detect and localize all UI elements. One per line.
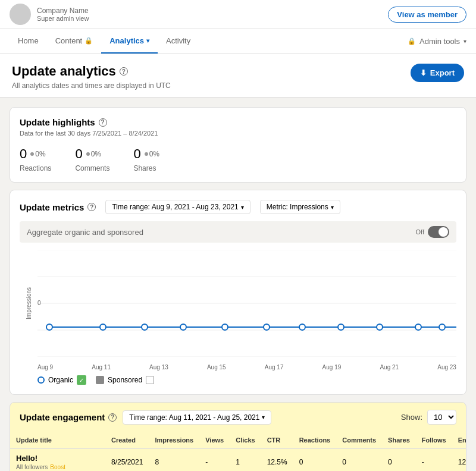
toggle-row: Aggregate organic and sponsored Off — [20, 221, 456, 243]
col-views: Views — [199, 432, 230, 449]
nav: Home Content 🔒 Analytics ▾ Activity 🔒 Ad… — [0, 29, 476, 54]
top-bar: Company Name Super admin view View as me… — [0, 0, 476, 29]
time-range-label: Time range: Aug 9, 2021 - Aug 23, 2021 — [112, 203, 238, 211]
svg-point-13 — [338, 324, 344, 330]
show-select[interactable]: 10 25 50 — [427, 410, 456, 425]
highlights-info-icon[interactable]: ? — [99, 118, 107, 127]
impressions-chart: 0 — [37, 250, 456, 357]
download-icon: ⬇ — [420, 68, 427, 77]
time-range-dropdown[interactable]: Time range: Aug 9, 2021 - Aug 23, 2021 ▾ — [105, 200, 250, 214]
chart-legend: Organic ✓ Sponsored — [37, 375, 456, 385]
col-follows: Follows — [416, 432, 452, 449]
x-axis-labels: Aug 9 Aug 11 Aug 13 Aug 15 Aug 17 Aug 19… — [37, 364, 456, 370]
cell-views: - — [199, 449, 230, 472]
col-update-title: Update title — [10, 432, 105, 449]
view-member-button[interactable]: View as member — [388, 7, 466, 23]
avatar — [10, 4, 31, 25]
aggregate-toggle[interactable] — [428, 226, 449, 238]
sponsored-checkbox[interactable] — [146, 376, 154, 384]
nav-activity[interactable]: Activity — [158, 29, 199, 54]
svg-text:0: 0 — [37, 300, 41, 306]
svg-point-12 — [299, 324, 305, 330]
col-ctr: CTR — [261, 432, 293, 449]
engagement-info-icon[interactable]: ? — [108, 413, 117, 422]
dropdown-arrow-icon: ▾ — [146, 37, 149, 44]
tag-all-followers: All followers — [16, 464, 48, 470]
cell-shares: 0 — [382, 449, 416, 472]
admin-dropdown-arrow-icon: ▾ — [464, 38, 466, 45]
engagement-table: Update title Created Impressions Views C… — [10, 432, 466, 471]
engagement-arrow-icon: ▾ — [262, 414, 265, 420]
svg-point-16 — [439, 324, 445, 330]
col-shares: Shares — [382, 432, 416, 449]
main-content: Update highlights ? Data for the last 30… — [0, 98, 476, 471]
svg-point-9 — [180, 324, 186, 330]
cell-engagement-rate: 12.5% — [452, 449, 466, 472]
company-name: Company Name — [37, 7, 89, 15]
dot-icon — [30, 152, 34, 156]
engagement-header: Update engagement ? Time range: Aug 11, … — [10, 403, 466, 432]
nav-home[interactable]: Home — [10, 29, 47, 54]
chart-container: Impressions 0 — [20, 250, 456, 357]
metric-arrow-icon: ▾ — [331, 204, 334, 211]
page-title-info-icon[interactable]: ? — [120, 67, 128, 76]
cell-created: 8/25/2021 — [105, 449, 149, 472]
lock-icon-admin: 🔒 — [408, 37, 416, 45]
col-comments: Comments — [336, 432, 382, 449]
engagement-time-range-dropdown[interactable]: Time range: Aug 11, 2021 - Aug 25, 2021 … — [123, 410, 271, 425]
svg-point-11 — [264, 324, 270, 330]
svg-point-15 — [415, 324, 421, 330]
legend-sponsored: Sponsored — [96, 376, 154, 384]
highlights-title: Update highlights ? — [20, 117, 456, 127]
organic-check-icon[interactable]: ✓ — [77, 375, 86, 385]
highlights-row: 0 0% Reactions 0 0% Comments — [20, 146, 456, 172]
col-clicks: Clicks — [230, 432, 261, 449]
table-row: Hello! All followers Boost 8/25/2021 8 -… — [10, 449, 466, 472]
toggle-off-label: Off — [416, 228, 424, 236]
cell-update-title: Hello! All followers Boost — [10, 449, 105, 472]
col-impressions: Impressions — [149, 432, 199, 449]
nav-content[interactable]: Content 🔒 — [47, 29, 102, 54]
engagement-controls: Show: 10 25 50 — [401, 410, 456, 425]
organic-circle-icon — [37, 376, 45, 384]
cell-reactions: 0 — [293, 449, 337, 472]
metrics-info-icon[interactable]: ? — [87, 203, 96, 211]
highlight-reactions: 0 0% Reactions — [20, 146, 51, 172]
metrics-header: Update metrics ? Time range: Aug 9, 2021… — [20, 200, 456, 214]
metric-dropdown[interactable]: Metric: Impressions ▾ — [260, 200, 340, 214]
time-range-arrow-icon: ▾ — [241, 204, 244, 211]
cell-impressions: 8 — [149, 449, 199, 472]
page-header-left: Update analytics ? All analytics dates a… — [12, 64, 171, 90]
export-button[interactable]: ⬇ Export — [411, 64, 464, 82]
engagement-table-wrapper: Update title Created Impressions Views C… — [10, 432, 466, 471]
highlight-shares: 0 0% Shares — [133, 146, 159, 172]
svg-point-14 — [377, 324, 383, 330]
col-created: Created — [105, 432, 149, 449]
nav-analytics[interactable]: Analytics ▾ — [101, 29, 158, 54]
tag-boost: Boost — [50, 464, 65, 470]
y-axis-label: Impressions — [26, 287, 32, 319]
legend-organic: Organic ✓ — [37, 375, 86, 385]
svg-point-7 — [100, 324, 106, 330]
company-info: Company Name Super admin view — [37, 7, 89, 22]
cell-ctr: 12.5% — [261, 449, 293, 472]
nav-admin-tools[interactable]: 🔒 Admin tools ▾ — [408, 37, 466, 46]
sponsored-square-icon — [96, 376, 104, 384]
svg-point-6 — [46, 324, 52, 330]
highlights-card: Update highlights ? Data for the last 30… — [10, 107, 466, 183]
cell-follows: - — [416, 449, 452, 472]
highlight-comments: 0 0% Comments — [75, 146, 109, 172]
table-header-row: Update title Created Impressions Views C… — [10, 432, 466, 449]
nav-left: Home Content 🔒 Analytics ▾ Activity — [10, 29, 199, 54]
page-header: Update analytics ? All analytics dates a… — [0, 54, 476, 98]
col-engagement-rate: Engagement rate — [452, 432, 466, 449]
col-reactions: Reactions — [293, 432, 337, 449]
dot-icon — [145, 152, 148, 156]
metric-label: Metric: Impressions — [267, 203, 328, 211]
page-title: Update analytics ? — [12, 64, 171, 79]
cell-comments: 0 — [336, 449, 382, 472]
page-subtitle: All analytics dates and times are displa… — [12, 81, 171, 90]
highlights-subtitle: Data for the last 30 days 7/25/2021 – 8/… — [20, 130, 456, 137]
svg-point-10 — [222, 324, 228, 330]
metrics-card: Update metrics ? Time range: Aug 9, 2021… — [10, 190, 466, 395]
